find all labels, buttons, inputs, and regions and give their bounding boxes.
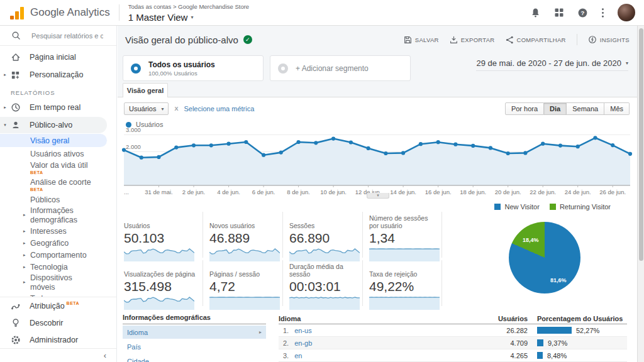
sidebar-item-label: Interesses [30, 227, 67, 236]
language-link[interactable]: en-us [294, 327, 312, 334]
account-switcher[interactable]: Todas as contas > Google Merchandise Sto… [128, 3, 250, 22]
sidebar-item-label: Público-alvo [30, 121, 72, 129]
metric-selector-dropdown[interactable]: Usuários ▾ [124, 102, 169, 115]
col-language: Idioma [279, 315, 477, 322]
legend-swatch-icon [550, 204, 556, 210]
more-vertical-icon[interactable] [601, 8, 604, 18]
metric-label: Taxa de rejeição [369, 261, 436, 278]
legend-new-visitor: New Visitor [494, 203, 539, 211]
sidebar-item-overview[interactable]: Visão geral [0, 134, 107, 147]
metric-new-users[interactable]: Novos usuários 46.889 [203, 212, 282, 258]
avatar[interactable] [618, 4, 635, 21]
sidebar-item-label: Públicos [30, 195, 60, 204]
demographics-pane: Informações demográficas Idioma País Cid… [123, 314, 266, 362]
segment-title: Todos os usuários [148, 60, 215, 69]
help-icon[interactable]: ? [577, 8, 588, 18]
google-analytics-logo-icon[interactable] [10, 6, 24, 19]
attribution-icon [10, 301, 21, 311]
chevron-down-icon [0, 123, 10, 128]
row-percent: 52,27% [576, 327, 599, 334]
scrollbar-thumb[interactable] [639, 28, 643, 261]
export-button[interactable]: EXPORTAR [450, 36, 495, 44]
share-label: COMPARTILHAR [517, 36, 566, 43]
row-users: 4.709 [477, 339, 528, 347]
demo-row-country[interactable]: País [123, 340, 266, 353]
sidebar-item-cohort-analysis[interactable]: Análise de coorte BETA [0, 177, 116, 194]
metric-users[interactable]: Usuários 50.103 [123, 212, 203, 258]
search-input[interactable] [30, 31, 104, 40]
sidebar-item-discover[interactable]: Descobrir [0, 314, 116, 331]
view-name: 1 Master View [128, 12, 188, 23]
save-button[interactable]: SALVAR [404, 36, 439, 44]
language-link[interactable]: en-gb [294, 339, 312, 347]
metric-sessions-per-user[interactable]: Número de sessões por usuário 1,34 [362, 212, 442, 258]
metric-value: 66.890 [289, 231, 357, 246]
sidebar-item-active-users[interactable]: Usuários ativos [0, 148, 116, 160]
granularity-hourly[interactable]: Por hora [505, 102, 544, 115]
svg-text:8 de jun.: 8 de jun. [287, 189, 309, 195]
metric-bounce-rate[interactable]: Taxa de rejeição 49,22% [362, 260, 442, 306]
vertical-scrollbar[interactable] [637, 26, 644, 362]
save-label: SALVAR [415, 36, 439, 43]
sidebar-item-label: Atribuição [30, 302, 65, 310]
metric-value: 49,22% [369, 279, 436, 294]
insights-icon [588, 35, 597, 44]
demo-row-city[interactable]: Cidade [123, 354, 266, 362]
sidebar-item-admin[interactable]: Administrador [0, 331, 116, 348]
share-button[interactable]: COMPARTILHAR [506, 36, 566, 44]
metric-pages-per-session[interactable]: Páginas / sessão 4,72 [203, 260, 282, 306]
product-name: Google Analytics [30, 6, 110, 19]
sparkline-chart [369, 295, 440, 310]
row-rank: 2. [283, 339, 289, 347]
col-percent: Porcentagem do Usuários [528, 315, 627, 322]
metric-pageviews[interactable]: Visualizações de página 315.498 [123, 260, 203, 306]
metric-sessions[interactable]: Sessões 66.890 [282, 212, 362, 258]
sparkline-chart [209, 246, 280, 261]
insights-button[interactable]: INSIGHTS [588, 35, 630, 44]
svg-text:...: ... [124, 189, 129, 195]
visitor-pie-chart[interactable] [509, 222, 580, 293]
sidebar-collapse[interactable]: ‹ [0, 348, 116, 362]
tab-overview[interactable]: Visão geral [123, 83, 168, 97]
language-link[interactable]: en [294, 352, 302, 359]
sidebar-item-personalization[interactable]: Personalização [0, 66, 116, 84]
metric-avg-session-duration[interactable]: Duração média da sessão 00:03:01 [282, 260, 362, 306]
sidebar-item-home[interactable]: Página inicial [0, 48, 116, 66]
metric-value: 00:03:01 [289, 279, 357, 294]
sidebar-item-attribution[interactable]: Atribuição BETA [0, 297, 116, 314]
sidebar-item-audiences[interactable]: Públicos [0, 194, 116, 206]
chevron-right-icon [23, 212, 89, 217]
segment-all-users[interactable]: Todos os usuários 100,00% Usuários [123, 55, 264, 81]
sidebar-item-behavior[interactable]: Comportamento [0, 249, 116, 261]
granularity-week[interactable]: Semana [567, 102, 604, 115]
users-line-chart[interactable]: 1.0002.0003.000...31 de mai.2 de jun.4 d… [124, 126, 630, 197]
apps-grid-icon[interactable] [554, 8, 564, 18]
chart-expander[interactable] [367, 193, 389, 199]
table-row: 3.en 4.265 8,48% [279, 349, 627, 362]
granularity-day[interactable]: Dia [544, 102, 567, 115]
sidebar-item-demographics[interactable]: Informações demográficas [0, 206, 116, 225]
legend-label: New Visitor [504, 203, 539, 211]
sidebar-item-interests[interactable]: Interesses [0, 225, 116, 237]
date-range-picker[interactable]: 29 de mai. de 2020 - 27 de jun. de 2020 … [476, 58, 628, 71]
sidebar-item-geo[interactable]: Geográfico [0, 237, 116, 249]
sidebar-item-realtime[interactable]: Em tempo real [0, 99, 116, 116]
add-segment-button[interactable]: + Adicionar segmento [270, 55, 411, 81]
row-rank: 3. [283, 352, 289, 359]
topbar-divider [119, 4, 119, 21]
sidebar-item-technology[interactable]: Tecnologia [0, 261, 116, 273]
svg-text:10 de jun.: 10 de jun. [320, 189, 347, 195]
granularity-month[interactable]: Mês [604, 102, 630, 115]
demo-row-language[interactable]: Idioma [123, 326, 266, 339]
notifications-bell-icon[interactable] [530, 8, 541, 18]
sidebar-bottom: Atribuição BETA Descobrir Administrador … [0, 297, 116, 362]
customization-icon [10, 70, 21, 80]
logo-bar-1 [10, 16, 14, 19]
sidebar-item-audience[interactable]: Público-alvo [0, 116, 116, 134]
sidebar-item-mobile[interactable]: Dispositivos móveis [0, 273, 116, 292]
sparkline-chart [124, 246, 194, 261]
person-icon [10, 120, 21, 130]
sidebar-item-lifetime-value[interactable]: Valor da vida útil BETA [0, 160, 116, 177]
select-metric-link[interactable]: Selecione uma métrica [184, 105, 254, 112]
sparkline-chart [289, 295, 360, 310]
